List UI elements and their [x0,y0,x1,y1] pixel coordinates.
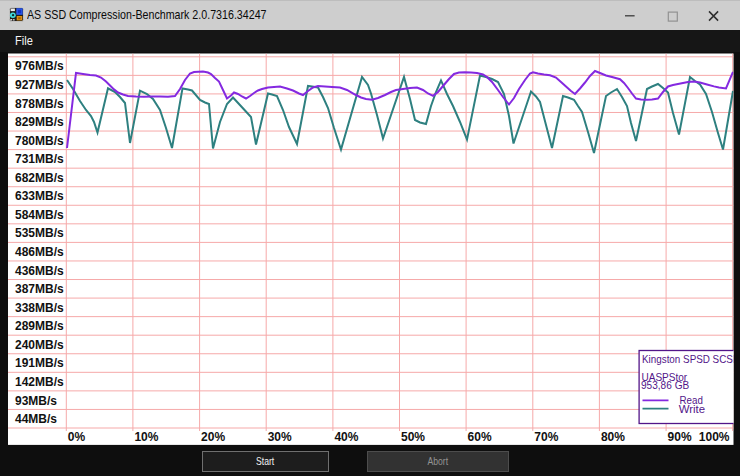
svg-text:30%: 30% [268,430,292,444]
svg-text:93MB/s: 93MB/s [15,394,57,408]
svg-text:50%: 50% [401,430,425,444]
svg-text:829MB/s: 829MB/s [15,115,64,129]
svg-text:142MB/s: 142MB/s [15,375,64,389]
svg-text:486MB/s: 486MB/s [15,245,64,259]
svg-text:10%: 10% [134,430,158,444]
svg-text:40%: 40% [334,430,358,444]
svg-text:289MB/s: 289MB/s [15,319,64,333]
svg-text:436MB/s: 436MB/s [15,264,64,278]
svg-text:633MB/s: 633MB/s [15,189,64,203]
svg-text:20%: 20% [201,430,225,444]
svg-text:338MB/s: 338MB/s [15,301,64,315]
svg-text:70%: 70% [534,430,558,444]
svg-text:927MB/s: 927MB/s [15,78,64,92]
svg-text:60%: 60% [468,430,492,444]
svg-text:Kingston SPSD SCSI Disk: Kingston SPSD SCSI Disk [642,353,740,365]
svg-text:976MB/s: 976MB/s [15,59,64,73]
svg-text:0%: 0% [68,430,86,444]
svg-text:44MB/s: 44MB/s [15,412,57,426]
svg-text:731MB/s: 731MB/s [15,152,64,166]
svg-text:953,86 GB: 953,86 GB [641,379,689,391]
svg-text:90%: 90% [668,430,692,444]
svg-text:535MB/s: 535MB/s [15,226,64,240]
svg-text:Write: Write [679,403,705,415]
svg-text:584MB/s: 584MB/s [15,208,64,222]
svg-text:878MB/s: 878MB/s [15,97,64,111]
svg-text:80%: 80% [601,430,625,444]
svg-text:387MB/s: 387MB/s [15,282,64,296]
svg-text:191MB/s: 191MB/s [15,356,64,370]
svg-text:780MB/s: 780MB/s [15,134,64,148]
svg-text:100%: 100% [699,430,730,444]
svg-text:240MB/s: 240MB/s [15,338,64,352]
svg-text:682MB/s: 682MB/s [15,171,64,185]
